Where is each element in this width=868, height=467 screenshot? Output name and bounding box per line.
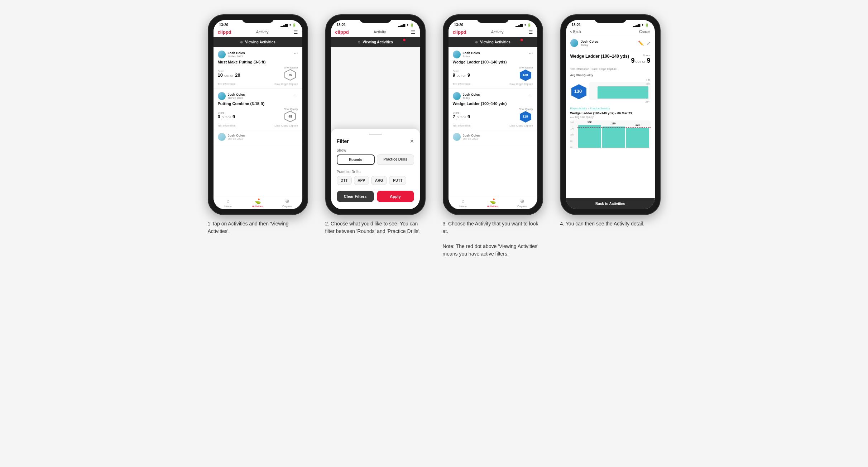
footer-right-3-1: Data: Clippd Capture <box>509 83 533 85</box>
hamburger-2[interactable]: ☰ <box>411 29 416 35</box>
nav-capture-1[interactable]: ⊕ Capture <box>273 198 302 208</box>
avatar-1-3 <box>218 133 226 141</box>
drill-arg[interactable]: ARG <box>371 176 387 185</box>
user-date-1-1: 28 Feb 2023 <box>228 55 245 58</box>
back-to-activities-button-4[interactable]: Back to Activities <box>566 198 655 209</box>
sq-label-1-1: Shot Quality <box>284 66 298 69</box>
activity-card-3-1[interactable]: Josh Coles Today ··· Wedge Ladder (100–1… <box>449 47 537 89</box>
viewing-banner-3[interactable]: ⊕ Viewing Activities <box>449 37 537 47</box>
bar-3-4: 124 <box>626 128 649 148</box>
edit-icon-4[interactable]: ✏️ <box>638 40 644 46</box>
toggle-practice-drills[interactable]: Practice Drills <box>377 154 414 165</box>
stat-sq-1-1: Shot Quality 75 <box>284 66 298 81</box>
expand-icon-4[interactable]: ⤢ <box>647 40 651 46</box>
nav-home-label-1: Home <box>224 205 232 208</box>
drill-chart-subtitle-4: •—• Avg Shot Quality <box>570 116 651 118</box>
drill-row: OTT APP ARG PUTT <box>337 176 414 185</box>
score-label-3-1: Score <box>453 70 470 72</box>
user-name-3-2: Josh Coles <box>463 93 480 96</box>
footer-left-1-1: Test Information <box>218 83 236 85</box>
viewing-banner-2[interactable]: ⊕ Viewing Activities <box>331 37 420 47</box>
card-header-3-1: Josh Coles Today ··· <box>453 51 533 58</box>
drill-title-text-4: Wedge Ladder (100–140 yds) <box>570 54 629 59</box>
hamburger-1[interactable]: ☰ <box>293 29 298 35</box>
viewing-banner-1[interactable]: ⊕ Viewing Activities <box>214 37 302 47</box>
card-header-1-2: Josh Coles 28 Feb 2023 ··· <box>218 92 298 100</box>
score-label-1-1: Score <box>218 70 240 72</box>
bar-1-4: 132 <box>578 125 601 148</box>
activity-card-1-1[interactable]: Josh Coles 28 Feb 2023 ··· Must Make Put… <box>214 47 302 89</box>
footer-right-1-2: Data: Clippd Capture <box>274 124 298 127</box>
top-nav-2: clippd Activity ☰ <box>331 28 420 37</box>
card-header-3-2: Josh Coles Today ··· <box>453 92 533 100</box>
home-icon-3: ⌂ <box>462 198 465 204</box>
red-dot-3 <box>521 39 523 41</box>
banner-text-2: Viewing Activities <box>363 40 393 44</box>
more-dots-3-1[interactable]: ··· <box>529 51 533 56</box>
outof-1-2: OUT OF <box>222 116 231 119</box>
nav-home-1[interactable]: ⌂ Home <box>214 198 243 208</box>
detail-score-block-4: Score 9 OUT OF 9 <box>631 54 650 65</box>
detail-header-4: < Back Cancel <box>566 28 655 36</box>
phone-3: 13:20 ▂▄▆ ✦ 🔋 clippd Activity ☰ ⊕ Viewin… <box>443 14 543 215</box>
chart-area-4: 130 100 50 0 APP <box>589 79 651 103</box>
more-dots-1-2[interactable]: ··· <box>294 92 298 97</box>
detail-content-4: Wedge Ladder (100–140 yds) Score 9 OUT O… <box>566 50 655 198</box>
activity-card-1-2[interactable]: Josh Coles 28 Feb 2023 ··· Putting Combi… <box>214 89 302 130</box>
toggle-rounds[interactable]: Rounds <box>337 154 375 165</box>
status-icons-3: ▂▄▆ ✦ 🔋 <box>515 23 531 27</box>
avatar-4 <box>570 39 578 47</box>
more-dots-1-1[interactable]: ··· <box>294 51 298 56</box>
cancel-button-4[interactable]: Cancel <box>639 30 650 34</box>
drill-putt[interactable]: PUTT <box>389 176 406 185</box>
stat-sq-3-2: Shot Quality 118 <box>519 108 533 123</box>
shots-val-3-2: 9 <box>467 114 470 119</box>
user-date-1-3: 28 Feb 2023 <box>228 137 245 140</box>
nav-home-3[interactable]: ⌂ Home <box>449 198 478 208</box>
hamburger-3[interactable]: ☰ <box>528 29 533 35</box>
user-info-3-2: Josh Coles Today <box>453 92 480 100</box>
score-val-4: 9 <box>631 57 634 65</box>
close-btn[interactable]: ✕ <box>410 138 414 144</box>
drill-ott[interactable]: OTT <box>337 176 352 185</box>
phone-2: 13:21 ▂▄▆ ✦ 🔋 clippd Activity ☰ ⊕ Viewin… <box>325 14 426 215</box>
score-label-4: Score <box>631 54 650 57</box>
status-icons-2: ▂▄▆ ✦ 🔋 <box>398 23 414 27</box>
avg-shot-section-4: Avg Shot Quality 130 130 100 <box>570 73 651 103</box>
stat-score-3-2: Score 7 OUT OF 9 <box>453 111 470 119</box>
activity-card-3-2[interactable]: Josh Coles Today ··· Wedge Ladder (100–1… <box>449 89 537 130</box>
logo-1: clippd <box>218 29 231 35</box>
user-date-3-1: Today <box>463 55 480 58</box>
clear-filters-button[interactable]: Clear Filters <box>337 191 374 202</box>
nav-activities-3[interactable]: ⛳ Activities <box>478 198 508 208</box>
apply-button[interactable]: Apply <box>377 191 414 202</box>
drill-app[interactable]: APP <box>354 176 369 185</box>
bars-container-4: 132 129 124 <box>578 122 649 148</box>
notch-2 <box>359 15 392 23</box>
back-button-4[interactable]: < Back <box>570 30 581 34</box>
caption-3: 3. Choose the Activity that you want to … <box>443 220 543 258</box>
chart-y-labels-4: 100 50 0 <box>646 83 649 99</box>
outof-4: OUT OF <box>635 60 646 63</box>
card-footer-3-2: Test Information Data: Clippd Capture <box>453 124 533 127</box>
bottom-nav-3: ⌂ Home ⛳ Activities ⊕ Capture <box>449 196 537 209</box>
activity-title-1-1: Must Make Putting (3-6 ft) <box>218 60 298 64</box>
banner-text-1: Viewing Activities <box>245 40 275 44</box>
footer-right-3-2: Data: Clippd Capture <box>509 124 533 127</box>
nav-capture-3[interactable]: ⊕ Capture <box>508 198 537 208</box>
footer-left-3-1: Test Information <box>453 83 471 85</box>
nav-home-label-3: Home <box>459 205 467 208</box>
notch-4 <box>594 15 627 23</box>
dashed-line-4 <box>577 127 651 128</box>
more-dots-3-2[interactable]: ··· <box>529 92 533 97</box>
activity-title-3-2: Wedge Ladder (100–140 yds) <box>453 101 533 106</box>
avatar-1-1 <box>218 51 226 58</box>
nav-capture-label-3: Capture <box>517 205 527 208</box>
score-val-1-1: 10 <box>218 72 223 78</box>
modal-title: Filter <box>337 138 349 144</box>
phone-4: 13:21 ▂▄▆ ✦ 🔋 < Back Cancel Josh Coles T… <box>560 14 661 215</box>
nav-title-2: Activity <box>374 30 386 34</box>
stat-score-1-1: Score 10 OUT OF 20 <box>218 70 240 78</box>
nav-activities-1[interactable]: ⛳ Activities <box>243 198 273 208</box>
score-val-row-4: 9 OUT OF 9 <box>631 57 650 65</box>
